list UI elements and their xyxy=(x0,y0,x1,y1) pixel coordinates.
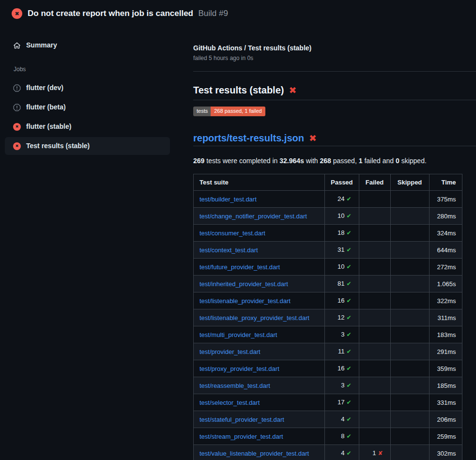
test-time-cell: 280ms xyxy=(429,208,462,225)
check-icon: ✔ xyxy=(346,230,351,236)
check-icon: ✔ xyxy=(346,331,351,338)
badge-label: tests xyxy=(193,107,211,116)
passed-count-cell: 3✔ xyxy=(325,326,359,343)
col-header-time: Time xyxy=(429,174,462,191)
test-suite-link[interactable]: test/proxy_provider_test.dart xyxy=(200,365,279,372)
test-suite-row: test/listenable_proxy_provider_test.dart… xyxy=(194,309,462,326)
passed-count-cell: 10✔ xyxy=(325,259,359,276)
test-time-cell: 311ms xyxy=(429,309,462,326)
passed-count-cell: 18✔ xyxy=(325,225,359,242)
check-icon: ✔ xyxy=(346,263,351,270)
test-suite-link[interactable]: test/selector_test.dart xyxy=(200,399,260,406)
test-suite-link[interactable]: test/consumer_test.dart xyxy=(200,230,265,237)
test-suite-link[interactable]: test/builder_test.dart xyxy=(200,196,257,203)
section-title-text: Test results (stable) xyxy=(193,84,284,96)
test-suite-row: test/change_notifier_provider_test.dart1… xyxy=(194,208,462,225)
test-suite-cell: test/consumer_test.dart xyxy=(194,225,325,242)
test-results-table: Test suite Passed Failed Skipped Time te… xyxy=(193,174,462,460)
test-suite-link[interactable]: test/listenable_provider_test.dart xyxy=(200,297,291,305)
test-suite-row: test/context_test.dart31✔644ms xyxy=(194,242,462,259)
tests-status-badge: tests 268 passed, 1 failed xyxy=(193,107,265,116)
test-time-cell: 324ms xyxy=(429,225,462,242)
check-icon: ✔ xyxy=(346,213,351,219)
summary-text: 1 xyxy=(359,157,363,165)
test-suite-link[interactable]: test/stateful_provider_test.dart xyxy=(200,416,284,423)
test-time-cell: 644ms xyxy=(429,242,462,259)
test-suite-row: test/stateful_provider_test.dart4✔206ms xyxy=(194,411,462,428)
test-summary: 269 tests were completed in 32.964s with… xyxy=(193,157,476,165)
count-value: 3 xyxy=(341,331,344,338)
sidebar-item-flutter-beta[interactable]: flutter (beta) xyxy=(5,98,170,116)
failed-count-cell xyxy=(359,309,390,326)
test-suite-row: test/listenable_provider_test.dart16✔322… xyxy=(194,292,462,309)
check-icon: ✔ xyxy=(346,433,351,440)
skipped-count-cell xyxy=(390,191,429,208)
test-suite-cell: test/inherited_provider_test.dart xyxy=(194,276,325,292)
test-suite-link[interactable]: test/reassemble_test.dart xyxy=(200,382,270,389)
failed-count-cell xyxy=(359,411,390,428)
test-suite-row: test/stream_provider_test.dart8✔259ms xyxy=(194,428,462,445)
summary-text: passed, xyxy=(331,157,359,165)
failed-count-cell xyxy=(359,394,390,411)
test-suite-cell: test/listenable_proxy_provider_test.dart xyxy=(194,309,325,326)
skipped-count-cell xyxy=(390,276,429,292)
failed-x-icon: ✖ xyxy=(309,134,317,143)
test-suite-cell: test/stateful_provider_test.dart xyxy=(194,411,325,428)
test-suite-cell: test/multi_provider_test.dart xyxy=(194,326,325,343)
skipped-count-cell xyxy=(390,326,429,343)
skipped-count-cell xyxy=(390,343,429,360)
count-value: 8 xyxy=(341,432,344,440)
test-suite-cell: test/change_notifier_provider_test.dart xyxy=(194,208,325,225)
col-header-test-suite: Test suite xyxy=(194,174,325,191)
test-suite-link[interactable]: test/context_test.dart xyxy=(200,246,258,254)
test-suite-link[interactable]: test/provider_test.dart xyxy=(200,348,261,355)
test-suite-link[interactable]: test/value_listenable_provider_test.dart xyxy=(200,450,309,457)
test-suite-link[interactable]: test/change_notifier_provider_test.dart xyxy=(200,213,307,220)
test-suite-link[interactable]: test/stream_provider_test.dart xyxy=(200,433,283,440)
test-time-cell: 1.065s xyxy=(429,276,462,292)
sidebar-item-summary[interactable]: Summary xyxy=(5,37,170,54)
test-time-cell: 375ms xyxy=(429,191,462,208)
sidebar-item-flutter-dev[interactable]: flutter (dev) xyxy=(5,79,170,97)
skipped-count-cell xyxy=(390,225,429,242)
check-icon: ✔ xyxy=(346,297,351,304)
main-content: GitHub Actions / Test results (stable) f… xyxy=(193,0,476,460)
summary-text: 269 xyxy=(193,157,204,165)
check-icon: ✔ xyxy=(346,416,351,423)
count-value: 31 xyxy=(338,246,344,253)
sidebar-item-label: flutter (stable) xyxy=(26,123,71,131)
sidebar-item-label: flutter (beta) xyxy=(26,103,66,111)
report-file-link[interactable]: reports/test-results.json xyxy=(193,132,304,144)
sidebar-item-flutter-stable[interactable]: ✖ flutter (stable) xyxy=(5,118,170,136)
count-value: 17 xyxy=(338,399,344,406)
failed-count-cell xyxy=(359,208,390,225)
test-time-cell: 302ms xyxy=(429,445,462,460)
test-suite-row: test/proxy_provider_test.dart16✔359ms xyxy=(194,360,462,377)
passed-count-cell: 31✔ xyxy=(325,242,359,259)
summary-text: failed and xyxy=(363,157,396,165)
test-suite-link[interactable]: test/future_provider_test.dart xyxy=(200,263,280,271)
sidebar-item-test-results-stable[interactable]: ✖ Test results (stable) xyxy=(5,137,170,155)
test-suite-cell: test/future_provider_test.dart xyxy=(194,259,325,276)
test-suite-link[interactable]: test/multi_provider_test.dart xyxy=(200,331,277,338)
test-suite-link[interactable]: test/inherited_provider_test.dart xyxy=(200,280,288,288)
failed-x-icon: ✖ xyxy=(289,86,296,95)
test-suite-row: test/reassemble_test.dart3✔185ms xyxy=(194,377,462,394)
divider xyxy=(193,100,476,100)
test-suite-row: test/value_listenable_provider_test.dart… xyxy=(194,445,462,460)
sidebar-item-label: flutter (dev) xyxy=(26,84,63,92)
test-suite-cell: test/proxy_provider_test.dart xyxy=(194,360,325,377)
passed-count-cell: 16✔ xyxy=(325,360,359,377)
passed-count-cell: 3✔ xyxy=(325,377,359,394)
sidebar: Summary Jobs flutter (dev) flutter (beta… xyxy=(0,0,175,155)
test-suite-link[interactable]: test/listenable_proxy_provider_test.dart xyxy=(200,314,309,322)
col-header-passed: Passed xyxy=(325,174,359,191)
count-value: 11 xyxy=(338,348,345,355)
sidebar-item-label: Test results (stable) xyxy=(26,142,90,150)
passed-count-cell: 81✔ xyxy=(325,276,359,292)
run-status-line: failed 5 hours ago in 0s xyxy=(193,55,476,61)
failed-count-cell xyxy=(359,343,390,360)
test-suite-cell: test/reassemble_test.dart xyxy=(194,377,325,394)
test-time-cell: 272ms xyxy=(429,259,462,276)
count-value: 16 xyxy=(338,297,344,304)
